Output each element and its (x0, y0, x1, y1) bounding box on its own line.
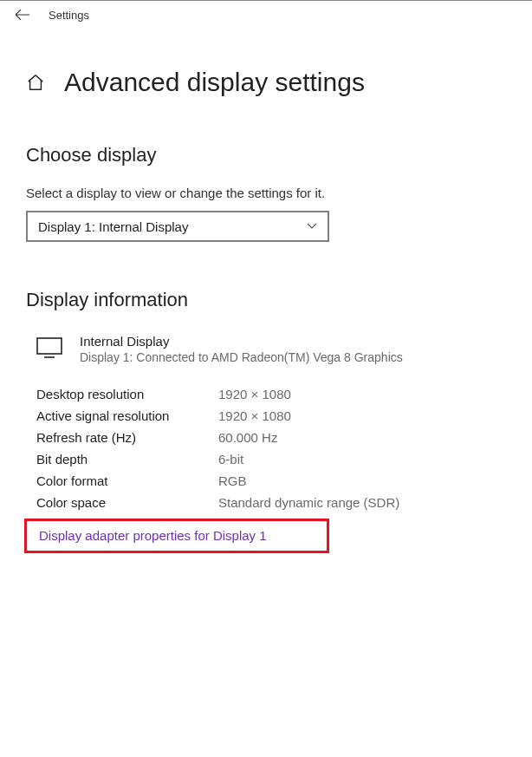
spec-row: Color spaceStandard dynamic range (SDR) (26, 492, 506, 513)
spec-value: 1920 × 1080 (218, 387, 291, 401)
display-name: Internal Display (80, 334, 403, 349)
spec-value: Standard dynamic range (SDR) (218, 495, 399, 510)
spec-label: Bit depth (36, 452, 218, 467)
display-information-heading: Display information (26, 289, 506, 311)
choose-display-description: Select a display to view or change the s… (26, 186, 506, 200)
spec-value: 6-bit (218, 452, 243, 467)
back-arrow-icon[interactable] (16, 8, 29, 23)
spec-label: Color format (36, 473, 218, 488)
spec-value: RGB (218, 473, 247, 488)
monitor-icon (36, 337, 62, 356)
display-subtext: Display 1: Connected to AMD Radeon(TM) V… (80, 350, 403, 364)
svg-rect-0 (37, 338, 62, 354)
spec-row: Refresh rate (Hz)60.000 Hz (26, 427, 506, 448)
spec-row: Color formatRGB (26, 470, 506, 492)
spec-row: Desktop resolution1920 × 1080 (26, 383, 506, 405)
spec-row: Active signal resolution1920 × 1080 (26, 405, 506, 427)
display-adapter-properties-link[interactable]: Display adapter properties for Display 1 (39, 528, 267, 543)
spec-row: Bit depth6-bit (26, 448, 506, 470)
highlighted-link-box: Display adapter properties for Display 1 (24, 519, 329, 553)
spec-label: Refresh rate (Hz) (36, 430, 218, 445)
content-area: Choose display Select a display to view … (0, 114, 532, 553)
spec-label: Desktop resolution (36, 387, 218, 401)
titlebar-label: Settings (49, 9, 89, 22)
spec-label: Color space (36, 495, 218, 510)
spec-value: 1920 × 1080 (218, 408, 291, 423)
dropdown-selected-value: Display 1: Internal Display (38, 219, 188, 234)
display-summary: Internal Display Display 1: Connected to… (36, 334, 506, 364)
display-select-dropdown[interactable]: Display 1: Internal Display (26, 211, 329, 242)
home-icon[interactable] (26, 73, 45, 92)
chevron-down-icon (307, 220, 317, 232)
titlebar: Settings (0, 0, 532, 29)
page-title: Advanced display settings (64, 68, 365, 97)
spec-value: 60.000 Hz (218, 430, 277, 445)
choose-display-heading: Choose display (26, 144, 506, 166)
page-header: Advanced display settings (0, 29, 532, 114)
spec-list: Desktop resolution1920 × 1080Active sign… (26, 383, 506, 513)
spec-label: Active signal resolution (36, 408, 218, 423)
